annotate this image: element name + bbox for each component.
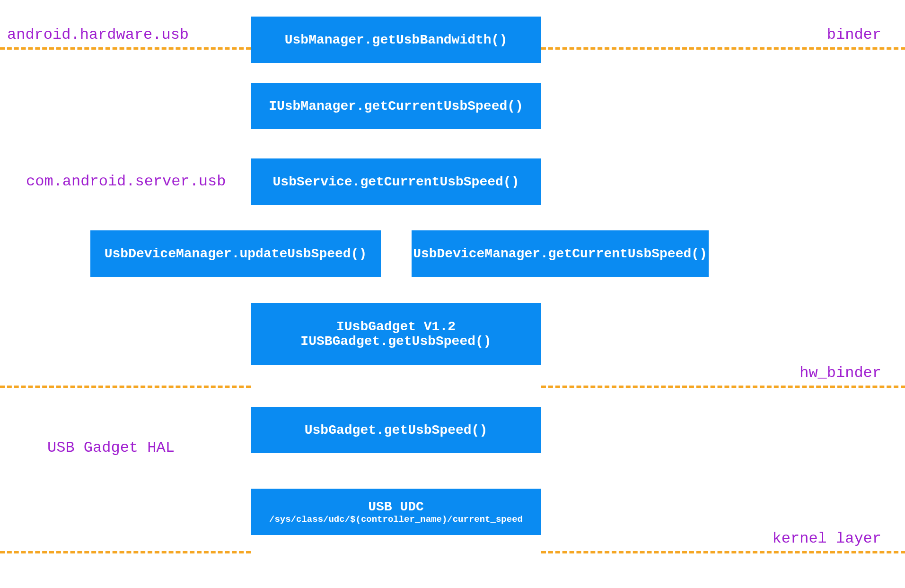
box-text: IUsbManager.getCurrentUsbSpeed() [269,99,523,114]
box-text: UsbGadget.getUsbSpeed() [305,423,487,438]
package-android-hardware-usb: android.hardware.usb [7,26,189,44]
layer-binder: binder [827,26,881,44]
package-usb-gadget-hal: USB Gadget HAL [47,439,175,456]
box-usbmanager-getusbbandwidth: UsbManager.getUsbBandwidth() [251,17,541,63]
box-subtext: /sys/class/udc/$(controller_name)/curren… [269,514,523,525]
box-usbservice-getcurrentusbspeed: UsbService.getCurrentUsbSpeed() [251,158,541,205]
box-text-line2: IUSBGadget.getUsbSpeed() [300,334,491,349]
box-iusbmanager-getcurrentusbspeed: IUsbManager.getCurrentUsbSpeed() [251,83,541,129]
package-com-android-server-usb: com.android.server.usb [26,173,226,190]
box-usbdevicemanager-updateusbspeed: UsbDeviceManager.updateUsbSpeed() [90,230,381,277]
box-text: UsbService.getCurrentUsbSpeed() [273,175,519,189]
kernel-line-left [0,551,251,553]
box-usb-udc: USB UDC /sys/class/udc/$(controller_name… [251,489,541,535]
box-text-line1: IUsbGadget V1.2 [336,319,456,334]
box-text: UsbManager.getUsbBandwidth() [285,33,507,47]
hw-binder-line-right [541,386,905,388]
kernel-line-right [541,551,905,553]
binder-line-left [0,47,251,50]
hw-binder-line-left [0,386,251,388]
box-text-title: USB UDC [368,500,424,514]
box-usbdevicemanager-getcurrentusbspeed: UsbDeviceManager.getCurrentUsbSpeed() [412,230,709,277]
box-text: UsbDeviceManager.updateUsbSpeed() [105,246,367,261]
box-text: UsbDeviceManager.getCurrentUsbSpeed() [413,246,707,261]
layer-kernel: kernel layer [773,530,881,547]
layer-hw-binder: hw_binder [800,364,881,382]
box-iusbgadget-v12: IUsbGadget V1.2 IUSBGadget.getUsbSpeed() [251,303,541,365]
binder-line-right [541,47,905,50]
box-usbgadget-getusbspeed: UsbGadget.getUsbSpeed() [251,407,541,453]
